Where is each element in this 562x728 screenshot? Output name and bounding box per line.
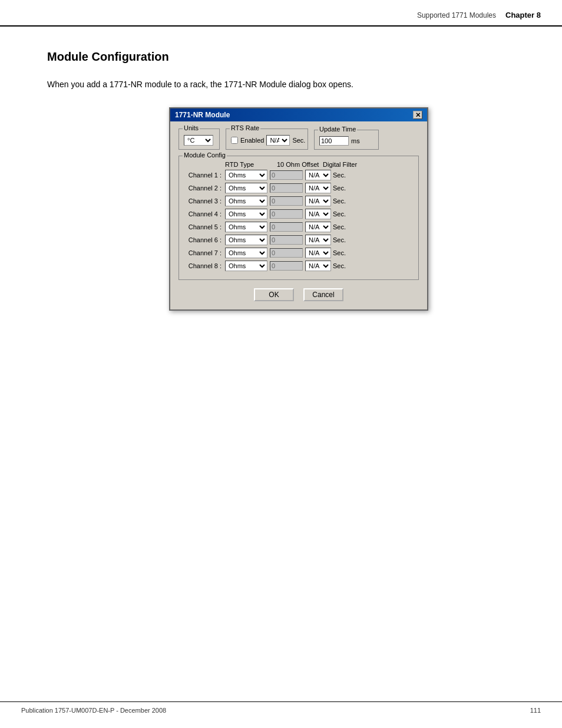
update-time-input[interactable] (319, 136, 349, 146)
rtdtype-select-5[interactable]: Ohms (225, 222, 267, 232)
top-row: Units °C°F RTS Rate Enabled N/A Sec. (178, 129, 419, 150)
filter-sec-6: Sec. (333, 236, 346, 243)
channel-label-5: Channel 5 : (185, 223, 225, 230)
filter-select-5[interactable]: N/A (305, 222, 331, 232)
channel-row-7: Channel 7 : Ohms N/A Sec. (185, 248, 412, 258)
main-content: Module Configuration When you add a 1771… (0, 27, 562, 334)
config-headers: RTD Type 10 Ohm Offset Digital Filter (225, 161, 412, 168)
dialog-window: 1771-NR Module ✕ Units °C°F RTS Rate (169, 107, 428, 311)
col-offset-header: 10 Ohm Offset (277, 161, 323, 168)
filter-select-8[interactable]: N/A (305, 261, 331, 271)
units-legend: Units (183, 124, 200, 131)
filter-sec-2: Sec. (333, 185, 346, 192)
channel-label-6: Channel 6 : (185, 236, 225, 243)
offset-input-3[interactable] (270, 196, 303, 206)
rts-rate-legend: RTS Rate (230, 124, 260, 131)
filter-select-1[interactable]: N/A (305, 170, 331, 180)
rtdtype-select-6[interactable]: Ohms (225, 235, 267, 245)
dialog-buttons: OK Cancel (178, 288, 419, 301)
filter-select-2[interactable]: N/A (305, 183, 331, 193)
filter-select-3[interactable]: N/A (305, 196, 331, 206)
rts-value-select[interactable]: N/A (266, 135, 290, 146)
filter-sec-7: Sec. (333, 249, 346, 256)
filter-select-4[interactable]: N/A (305, 209, 331, 219)
rtdtype-select-7[interactable]: Ohms (225, 248, 267, 258)
dialog-wrapper: 1771-NR Module ✕ Units °C°F RTS Rate (82, 107, 515, 311)
channel-label-7: Channel 7 : (185, 249, 225, 256)
rts-enabled-label: Enabled (240, 137, 264, 144)
section-label: Supported 1771 Modules (417, 11, 496, 19)
channel-row-6: Channel 6 : Ohms N/A Sec. (185, 235, 412, 245)
filter-sec-3: Sec. (333, 197, 346, 205)
rtdtype-select-8[interactable]: Ohms (225, 261, 267, 271)
channel-label-2: Channel 2 : (185, 185, 225, 192)
offset-input-7[interactable] (270, 248, 303, 258)
ok-button[interactable]: OK (254, 288, 294, 301)
channel-label-8: Channel 8 : (185, 262, 225, 269)
filter-select-6[interactable]: N/A (305, 235, 331, 245)
page-header: Supported 1771 Modules Chapter 8 (0, 0, 562, 27)
offset-input-4[interactable] (270, 209, 303, 219)
channel-row-2: Channel 2 : Ohms N/A Sec. (185, 183, 412, 193)
module-config-group: Module Config RTD Type 10 Ohm Offset Dig… (178, 156, 419, 280)
dialog-body: Units °C°F RTS Rate Enabled N/A Sec. (170, 121, 427, 309)
intro-text: When you add a 1771-NR module to a rack,… (47, 78, 377, 91)
rts-inner: Enabled N/A Sec. (231, 135, 303, 146)
dialog-titlebar: 1771-NR Module ✕ (170, 108, 427, 121)
units-select[interactable]: °C°F (184, 135, 213, 146)
channel-label-1: Channel 1 : (185, 172, 225, 179)
rtdtype-select-4[interactable]: Ohms (225, 209, 267, 219)
page-title: Module Configuration (47, 50, 515, 64)
offset-input-8[interactable] (270, 261, 303, 271)
units-group: Units °C°F (178, 129, 220, 150)
update-time-legend: Update Time (318, 126, 357, 133)
dialog-close-button[interactable]: ✕ (413, 111, 422, 119)
offset-input-2[interactable] (270, 183, 303, 193)
offset-input-1[interactable] (270, 170, 303, 180)
filter-sec-1: Sec. (333, 172, 346, 179)
publication-info: Publication 1757-UM007D-EN-P - December … (21, 707, 166, 714)
chapter-label: Chapter 8 (505, 11, 541, 19)
filter-sec-5: Sec. (333, 223, 346, 230)
offset-input-6[interactable] (270, 235, 303, 245)
page-number: 111 (530, 707, 541, 714)
channel-row-3: Channel 3 : Ohms N/A Sec. (185, 196, 412, 206)
channel-label-4: Channel 4 : (185, 210, 225, 218)
filter-select-7[interactable]: N/A (305, 248, 331, 258)
filter-sec-8: Sec. (333, 262, 346, 269)
rtdtype-select-3[interactable]: Ohms (225, 196, 267, 206)
channel-row-1: Channel 1 : Ohms N/A Sec. (185, 170, 412, 180)
rts-rate-group: RTS Rate Enabled N/A Sec. (226, 129, 308, 150)
rtdtype-select-2[interactable]: Ohms (225, 183, 267, 193)
offset-input-5[interactable] (270, 222, 303, 232)
rts-enabled-checkbox[interactable] (231, 137, 238, 144)
update-inner: ms (319, 136, 373, 146)
page-footer: Publication 1757-UM007D-EN-P - December … (0, 701, 562, 714)
col-rtdtype-header: RTD Type (225, 161, 277, 168)
update-time-group: Update Time ms (314, 130, 379, 150)
update-ms-label: ms (351, 137, 360, 144)
col-filter-header: Digital Filter (323, 161, 364, 168)
dialog-title: 1771-NR Module (175, 111, 230, 119)
rts-sec-label: Sec. (292, 137, 305, 144)
filter-sec-4: Sec. (333, 210, 346, 218)
rtdtype-select-1[interactable]: Ohms (225, 170, 267, 180)
channel-row-8: Channel 8 : Ohms N/A Sec. (185, 261, 412, 271)
channel-rows: Channel 1 : Ohms N/A Sec. Channel 2 : Oh… (185, 170, 412, 271)
module-config-legend: Module Config (183, 151, 227, 159)
channel-row-5: Channel 5 : Ohms N/A Sec. (185, 222, 412, 232)
channel-label-3: Channel 3 : (185, 197, 225, 205)
channel-row-4: Channel 4 : Ohms N/A Sec. (185, 209, 412, 219)
cancel-button[interactable]: Cancel (303, 288, 343, 301)
